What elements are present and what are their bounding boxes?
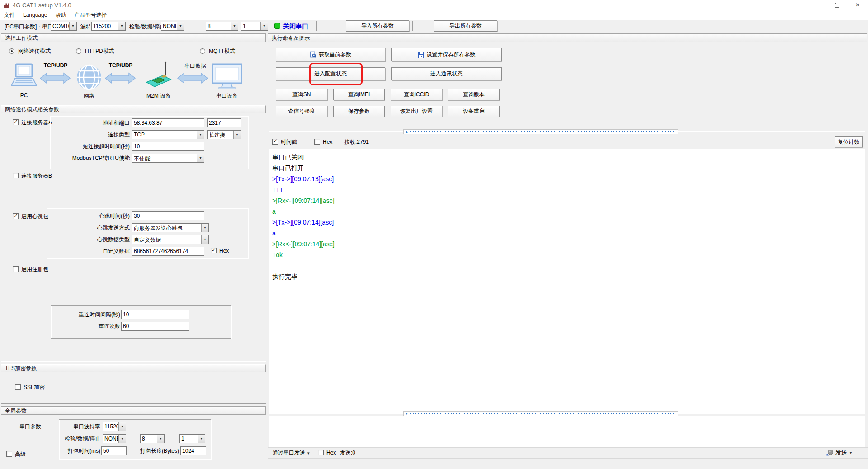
- toolbar-separator: [316, 21, 318, 31]
- query-button-2[interactable]: 查询IMEI: [333, 89, 385, 100]
- send-button-label: 发送: [835, 449, 847, 457]
- set-save-params-button[interactable]: 设置并保存所有参数: [391, 48, 502, 61]
- chevron-down-icon[interactable]: ▼: [118, 422, 126, 431]
- g-databits-select[interactable]: 8▼: [140, 434, 165, 443]
- g-stopbits-select[interactable]: 1▼: [179, 434, 205, 443]
- ssl-label: SSL加密: [24, 383, 45, 392]
- query-button-1[interactable]: 查询SN: [276, 89, 327, 100]
- log-area[interactable]: 串口已关闭串口已打开>[Tx->][09:07:13][asc]+++>[Rx<…: [269, 149, 865, 413]
- get-params-button[interactable]: 获取当前参数: [276, 48, 385, 61]
- restore-button[interactable]: [826, 0, 847, 10]
- chevron-down-icon[interactable]: ▼: [233, 131, 241, 139]
- send-via-serial-dropdown[interactable]: 通过串口发送 ▼: [273, 448, 310, 458]
- menu-item[interactable]: 文件: [4, 10, 15, 20]
- server-a-checkbox[interactable]: [13, 119, 19, 125]
- timestamp-checkbox[interactable]: [272, 139, 278, 145]
- send-hex-checkbox[interactable]: [318, 450, 324, 455]
- sent-counter: 发送:0: [340, 448, 355, 457]
- server-b-checkbox[interactable]: [13, 173, 19, 178]
- chevron-down-icon[interactable]: ▼: [177, 22, 184, 30]
- log-hex-label: Hex: [323, 137, 332, 146]
- splitter-dots: [410, 413, 676, 414]
- register-checkbox[interactable]: [13, 266, 19, 272]
- log-splitter-handle[interactable]: ▲: [403, 129, 678, 134]
- com-port-select[interactable]: COM10▼: [51, 22, 77, 31]
- reconnect-count-input[interactable]: [121, 322, 189, 331]
- send-via-serial-label: 通过串口发送: [273, 450, 305, 456]
- enter-comm-button[interactable]: 进入通讯状态: [391, 67, 502, 80]
- hb-custom-input[interactable]: [132, 247, 204, 256]
- query-button-4[interactable]: 查询版本: [448, 89, 500, 100]
- databits-select[interactable]: 8▼: [206, 22, 238, 31]
- global-header: 全局参数: [1, 407, 266, 415]
- chevron-down-icon[interactable]: ▼: [198, 435, 205, 443]
- reconnect-interval-input[interactable]: [121, 310, 189, 319]
- action-button-3[interactable]: 恢复出厂设置: [391, 106, 442, 117]
- diagram-node-serial-device: 串口设备: [212, 92, 242, 100]
- radio-httpd[interactable]: [76, 48, 81, 54]
- import-params-button[interactable]: 导入所有参数: [346, 20, 409, 32]
- server-port-input[interactable]: [207, 118, 241, 127]
- advanced-checkbox[interactable]: [6, 451, 12, 457]
- panel-divider: [267, 33, 267, 469]
- chevron-down-icon[interactable]: ▼: [157, 435, 164, 443]
- parity-select[interactable]: NONI▼: [161, 22, 184, 31]
- stopbits-select[interactable]: 1▼: [241, 22, 268, 31]
- server-a-label: 连接服务器A: [21, 118, 52, 127]
- log-hex-checkbox[interactable]: [314, 139, 320, 145]
- baud-value: 115200: [93, 23, 118, 29]
- heartbeat-checkbox[interactable]: [13, 213, 19, 219]
- chevron-down-icon: ▼: [849, 451, 853, 455]
- pack-len-input[interactable]: [180, 446, 206, 455]
- section-groove: [1, 361, 266, 362]
- g-baud-select[interactable]: 115200▼: [103, 422, 126, 431]
- radio-net-transparent[interactable]: [9, 48, 14, 54]
- send-input-area[interactable]: [269, 416, 865, 447]
- hb-hex-checkbox[interactable]: [211, 248, 217, 253]
- chevron-down-icon[interactable]: ▼: [260, 22, 268, 30]
- g-databits-value: 8: [142, 436, 157, 442]
- chevron-down-icon[interactable]: ▼: [69, 22, 76, 30]
- menu-item[interactable]: 帮助: [55, 10, 66, 20]
- send-transmit-icon: [826, 449, 834, 457]
- query-button-3[interactable]: 查询ICCID: [391, 89, 442, 100]
- chevron-down-icon[interactable]: ▼: [201, 224, 208, 232]
- chevron-down-icon[interactable]: ▼: [231, 22, 238, 30]
- hb-data-type-select[interactable]: 自定义数据▼: [132, 235, 209, 244]
- server-addr-input[interactable]: [132, 118, 204, 127]
- restore-icon: [835, 3, 839, 8]
- modbus-select[interactable]: 不使能▼: [132, 154, 204, 163]
- conn-mode-select[interactable]: 长连接▼: [207, 130, 241, 139]
- short-timeout-input[interactable]: [132, 142, 204, 151]
- radio-mqtt-label: MQTT模式: [209, 47, 235, 56]
- close-port-button[interactable]: 关闭串口: [283, 23, 308, 31]
- hb-send-mode-select[interactable]: 向服务器发送心跳包▼: [132, 223, 209, 232]
- chevron-down-icon[interactable]: ▼: [118, 22, 125, 30]
- splitter-down-arrow-icon: ▼: [405, 412, 408, 416]
- chevron-down-icon[interactable]: ▼: [197, 154, 204, 162]
- action-button-1[interactable]: 查信号强度: [276, 106, 327, 117]
- chevron-down-icon[interactable]: ▼: [197, 131, 204, 139]
- baud-select[interactable]: 115200▼: [91, 22, 126, 31]
- radio-mqtt[interactable]: [200, 48, 205, 54]
- reset-counter-button[interactable]: 复位计数: [835, 136, 863, 147]
- radio-net-transparent-label: 网络透传模式: [18, 47, 51, 56]
- chevron-down-icon[interactable]: ▼: [118, 435, 126, 443]
- g-parity-select[interactable]: NONE▼: [103, 434, 126, 443]
- chevron-down-icon[interactable]: ▼: [201, 235, 208, 244]
- close-button[interactable]: ✕: [847, 0, 868, 10]
- hb-time-label: 心跳时间(秒): [52, 211, 130, 220]
- send-button[interactable]: 发送 ▼: [826, 448, 853, 458]
- export-params-button[interactable]: 导出所有参数: [434, 20, 497, 32]
- conn-type-select[interactable]: TCP▼: [132, 130, 204, 139]
- minimize-button[interactable]: —: [806, 0, 826, 10]
- pack-time-input[interactable]: [101, 446, 127, 455]
- hb-time-input[interactable]: [132, 211, 204, 220]
- send-splitter-handle[interactable]: ▼: [403, 411, 678, 416]
- diagram-node-m2m: M2M 设备: [144, 92, 174, 100]
- action-button-2[interactable]: 保存参数: [333, 106, 385, 117]
- action-button-4[interactable]: 设备重启: [448, 106, 500, 117]
- menu-item[interactable]: Language: [23, 10, 47, 20]
- menu-item[interactable]: 产品型号选择: [74, 10, 107, 20]
- ssl-checkbox[interactable]: [15, 384, 21, 390]
